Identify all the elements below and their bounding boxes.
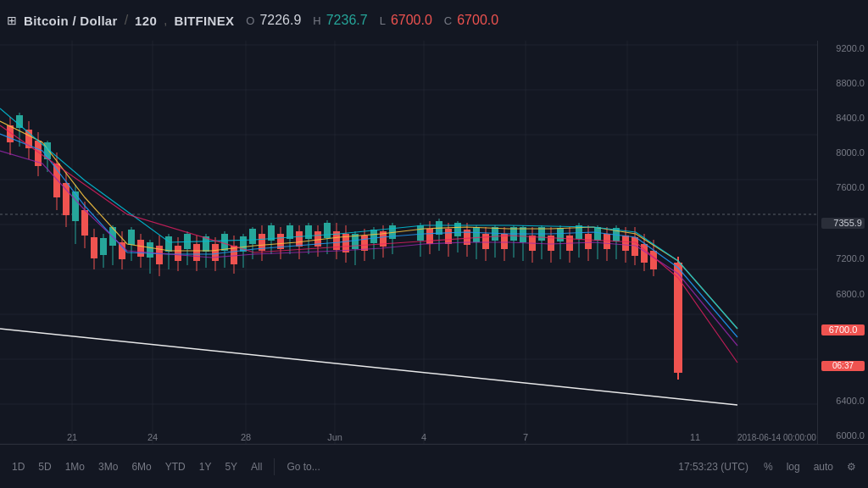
timeframe-6mo[interactable]: 6Mo xyxy=(126,458,156,475)
chart-exchange: BITFINEX xyxy=(175,14,235,28)
svg-text:28: 28 xyxy=(241,432,251,442)
svg-rect-37 xyxy=(81,210,88,236)
svg-rect-157 xyxy=(674,263,682,373)
price-7600: 7600.0 xyxy=(821,183,865,192)
timeframe-all[interactable]: All xyxy=(246,458,267,475)
chart-type-icon[interactable]: ⊞ xyxy=(7,14,17,27)
svg-rect-83 xyxy=(296,231,303,247)
svg-text:2018-06-14 00:00:00: 2018-06-14 00:00:00 xyxy=(737,433,816,442)
svg-text:21: 21 xyxy=(67,432,77,442)
chart-svg: 21 24 28 Jun 4 7 11 2018-06-14 00:00:00 xyxy=(0,41,817,444)
price-6800: 6800.0 xyxy=(821,290,865,299)
svg-rect-57 xyxy=(175,246,181,261)
svg-rect-67 xyxy=(221,234,228,251)
svg-rect-119 xyxy=(482,234,489,249)
timeframe-1d[interactable]: 1D xyxy=(7,458,30,475)
svg-rect-55 xyxy=(165,236,172,252)
ohlc-close-value: 6700.0 xyxy=(457,13,498,28)
goto-button[interactable]: Go to... xyxy=(281,458,325,475)
chart-canvas[interactable]: 21 24 28 Jun 4 7 11 2018-06-14 00:00:00 xyxy=(0,41,817,444)
ohlc-high-label: H xyxy=(313,14,320,27)
svg-rect-61 xyxy=(193,244,200,261)
svg-rect-141 xyxy=(585,234,592,249)
chart-controls: % log auto ⚙ xyxy=(759,458,861,475)
svg-rect-49 xyxy=(137,240,144,257)
timeframe-5y[interactable]: 5Y xyxy=(220,458,242,475)
svg-rect-127 xyxy=(520,227,526,242)
separator xyxy=(274,458,275,475)
separator2: , xyxy=(164,13,167,28)
svg-text:24: 24 xyxy=(147,432,158,442)
chart-pair-title: Bitcoin / Dollar xyxy=(24,14,118,28)
svg-rect-99 xyxy=(370,230,377,243)
svg-rect-155 xyxy=(650,251,657,269)
ohlc-low-value: 6700.0 xyxy=(391,13,432,28)
svg-text:7: 7 xyxy=(523,432,528,442)
ohlc-open-value: 7226.9 xyxy=(259,13,301,28)
svg-rect-105 xyxy=(417,225,424,241)
svg-rect-39 xyxy=(91,237,97,258)
svg-rect-73 xyxy=(249,229,256,244)
svg-text:11: 11 xyxy=(690,432,700,442)
svg-line-19 xyxy=(0,329,737,405)
svg-text:Jun: Jun xyxy=(327,432,342,442)
svg-rect-41 xyxy=(100,238,107,255)
svg-rect-143 xyxy=(594,227,601,241)
timeframe-1mo[interactable]: 1Mo xyxy=(60,458,90,475)
svg-rect-149 xyxy=(622,236,629,251)
price-crosshair: 7355.9 xyxy=(821,218,865,229)
svg-rect-23 xyxy=(16,115,23,128)
svg-rect-31 xyxy=(53,164,60,197)
ohlc-low-label: L xyxy=(380,14,386,27)
svg-rect-135 xyxy=(557,228,564,241)
current-price-badge: 6700.0 xyxy=(821,324,865,336)
ohlc-open-label: O xyxy=(246,14,254,27)
price-axis: 9200.0 8800.0 8400.0 8000.0 7600.0 7355.… xyxy=(817,41,868,444)
timeframe-5d[interactable]: 5D xyxy=(33,458,56,475)
separator: / xyxy=(125,13,128,28)
svg-text:4: 4 xyxy=(421,432,426,442)
svg-rect-89 xyxy=(324,223,331,238)
svg-rect-47 xyxy=(128,230,135,245)
svg-rect-145 xyxy=(604,234,610,249)
price-8000: 8000.0 xyxy=(821,148,865,158)
svg-rect-107 xyxy=(426,229,433,244)
chart-timestamp: 17:53:23 (UTC) xyxy=(678,461,748,473)
svg-rect-117 xyxy=(473,227,480,242)
price-6400: 6400.0 xyxy=(821,396,865,406)
svg-rect-65 xyxy=(212,244,219,261)
auto-toggle[interactable]: auto xyxy=(809,458,838,475)
svg-rect-35 xyxy=(72,191,79,221)
ohlc-close-label: C xyxy=(444,14,452,27)
svg-rect-33 xyxy=(63,183,70,215)
chart-header: ⊞ Bitcoin / Dollar / 120 , BITFINEX O 72… xyxy=(0,0,868,41)
chart-timeframe: 120 xyxy=(135,14,157,28)
price-8400: 8400.0 xyxy=(821,114,865,123)
svg-rect-97 xyxy=(361,236,368,251)
timeframe-3mo[interactable]: 3Mo xyxy=(93,458,123,475)
svg-rect-111 xyxy=(445,229,452,244)
bottom-toolbar: 1D 5D 1Mo 3Mo 6Mo YTD 1Y 5Y All Go to...… xyxy=(0,444,868,488)
percent-toggle[interactable]: % xyxy=(759,458,778,475)
timeframe-1y[interactable]: 1Y xyxy=(194,458,217,475)
timeframe-ytd[interactable]: YTD xyxy=(160,458,191,475)
ohlc-high-value: 7236.7 xyxy=(326,13,368,28)
price-9200: 9200.0 xyxy=(821,44,865,53)
svg-rect-85 xyxy=(305,225,312,239)
price-8800: 8800.0 xyxy=(821,79,865,88)
svg-rect-51 xyxy=(147,242,153,258)
current-time-badge: 06:37 xyxy=(821,361,865,371)
price-7200: 7200.0 xyxy=(821,254,865,263)
log-toggle[interactable]: log xyxy=(782,458,805,475)
price-6000: 6000.0 xyxy=(821,431,865,441)
settings-button[interactable]: ⚙ xyxy=(842,458,861,475)
